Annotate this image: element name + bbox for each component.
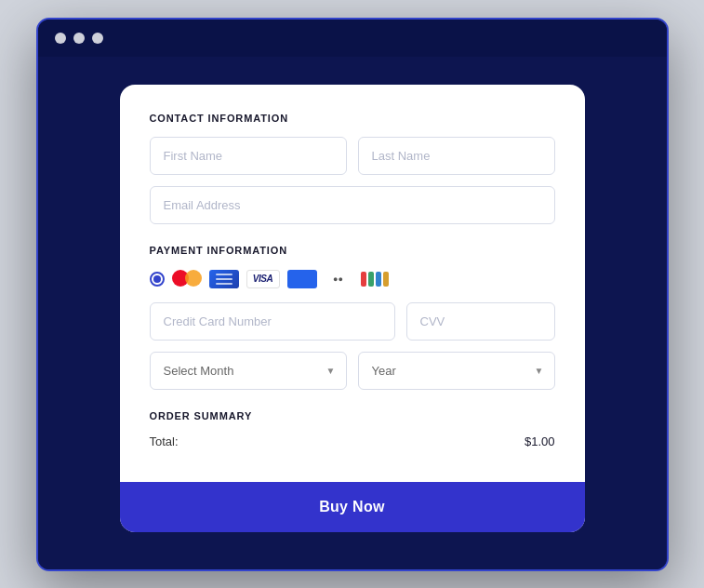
- payment-icons-row: VISA ●●: [150, 269, 555, 289]
- card-number-input[interactable]: [150, 302, 395, 341]
- stripe-icon: [360, 270, 390, 288]
- first-name-input[interactable]: [150, 137, 347, 175]
- amex-icon: [209, 270, 239, 288]
- traffic-light-2: [73, 33, 85, 44]
- card-number-row: [150, 302, 555, 341]
- radio-inner: [153, 275, 161, 283]
- browser-content: CONTACT INFORMATION PAYMENT INFORMATION: [38, 57, 667, 569]
- browser-window: CONTACT INFORMATION PAYMENT INFORMATION: [36, 18, 669, 571]
- month-select[interactable]: Select Month January February March Apri…: [150, 352, 347, 390]
- contact-section-label: CONTACT INFORMATION: [150, 113, 555, 124]
- discover-icon: [287, 270, 317, 288]
- payment-radio[interactable]: [150, 272, 165, 287]
- total-value: $1.00: [525, 434, 555, 448]
- last-name-input[interactable]: [358, 137, 555, 175]
- email-row: [150, 186, 555, 224]
- traffic-light-1: [55, 33, 66, 44]
- month-select-wrapper: Select Month January February March Apri…: [150, 352, 347, 390]
- name-row: [150, 137, 555, 175]
- checkout-card: CONTACT INFORMATION PAYMENT INFORMATION: [120, 85, 585, 532]
- payment-section: PAYMENT INFORMATION: [150, 245, 555, 390]
- mastercard-icon: [172, 269, 202, 289]
- total-label: Total:: [150, 434, 179, 448]
- year-select[interactable]: Year 2024 2025 2026 2027 2028 2029 2030: [358, 352, 555, 390]
- paypal-icon: ●●: [325, 270, 352, 288]
- order-section: ORDER SUMMARY Total: $1.00: [150, 410, 555, 465]
- order-section-label: ORDER SUMMARY: [150, 410, 555, 421]
- payment-section-label: PAYMENT INFORMATION: [150, 245, 555, 256]
- titlebar: [38, 20, 667, 57]
- total-row: Total: $1.00: [150, 434, 555, 448]
- email-input[interactable]: [150, 186, 555, 224]
- cvv-input[interactable]: [406, 302, 555, 341]
- buy-now-button[interactable]: Buy Now: [120, 482, 585, 532]
- visa-icon: VISA: [246, 270, 280, 288]
- year-select-wrapper: Year 2024 2025 2026 2027 2028 2029 2030 …: [358, 352, 555, 390]
- expiry-row: Select Month January February March Apri…: [150, 352, 555, 390]
- traffic-light-3: [92, 33, 103, 44]
